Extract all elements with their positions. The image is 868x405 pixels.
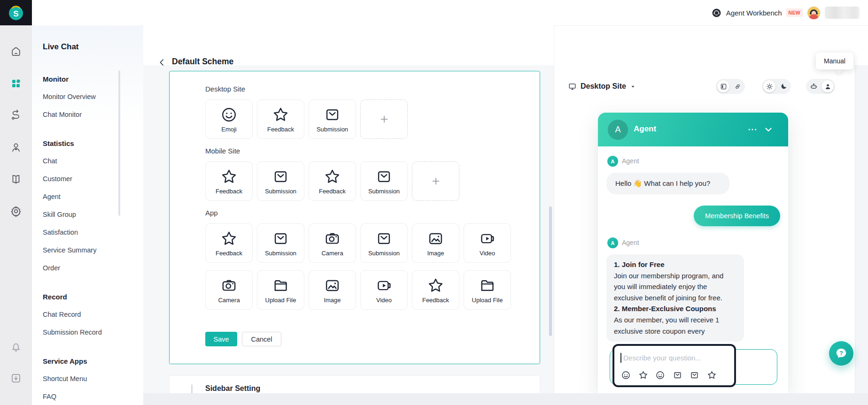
nav-item-monitor-overview[interactable]: Monitor Overview [43, 88, 143, 106]
nav-item-faq[interactable]: FAQ [43, 388, 143, 405]
scheme-card-submission[interactable]: Submission [257, 161, 304, 201]
more-options-icon[interactable] [746, 123, 759, 136]
video-icon [375, 277, 393, 294]
scheme-actions: SaveCancel [205, 332, 540, 346]
help-button[interactable]: ? [829, 341, 853, 366]
minimize-chevron-icon[interactable] [762, 123, 775, 136]
card-label: Submission [368, 188, 400, 195]
rail-grid-icon[interactable] [6, 73, 26, 94]
home-icon [10, 46, 22, 58]
scheme-card-emoji[interactable]: Emoji [205, 99, 253, 139]
user-name-redacted[interactable] [825, 7, 860, 19]
toggle-panel-icon[interactable] [717, 80, 729, 92]
input-star-icon[interactable] [638, 370, 648, 380]
add-icon-card[interactable] [412, 161, 459, 201]
card-label: Submission [317, 126, 348, 133]
envelope-icon [272, 168, 289, 185]
download-tray-icon[interactable] [6, 368, 26, 389]
agent-workbench-link[interactable]: Agent Workbench NEW [711, 8, 803, 18]
nav-item-shortcut-menu[interactable]: Shortcut Menu [43, 370, 143, 388]
nav-section-header: Monitor [43, 70, 143, 88]
scheme-card-submission[interactable]: Submission [360, 223, 408, 263]
nav-section-record: RecordChat RecordSubmission Record [43, 288, 143, 341]
chevron-left-icon [157, 58, 167, 67]
input-star-icon[interactable] [707, 370, 717, 380]
scheme-card-upload-file[interactable]: Upload File [257, 270, 304, 310]
envelope-icon [375, 168, 393, 185]
left-nav: Live Chat MonitorMonitor OverviewChat Mo… [32, 25, 144, 405]
scheme-card-feedback[interactable]: Feedback [205, 223, 253, 263]
chat-input-highlight-box[interactable]: Describe your question... [612, 344, 736, 387]
nav-item-chat[interactable]: Chat [43, 152, 143, 170]
nav-item-satisfaction[interactable]: Satisfaction [43, 223, 143, 241]
scheme-card-submission[interactable]: Submission [360, 161, 408, 201]
top-bar: Agent Workbench NEW [32, 0, 868, 26]
chat-widget-preview: A Agent AAgentHello 👋 What can I help yo… [598, 113, 788, 393]
back-button[interactable] [156, 56, 168, 69]
input-smiley-icon[interactable] [621, 370, 631, 380]
toggle-link-icon[interactable] [731, 80, 744, 92]
nav-item-service-summary[interactable]: Service Summary [43, 241, 143, 259]
scheme-card-video[interactable]: Video [464, 223, 511, 263]
agent-avatar: A [607, 156, 618, 167]
toggle-robot-icon[interactable] [807, 80, 820, 92]
bell-icon[interactable] [6, 336, 26, 357]
nav-section-statistics: StatisticsChatCustomerAgentSkill GroupSa… [43, 134, 143, 277]
nav-scrollbar[interactable] [118, 70, 120, 216]
scheme-card-feedback[interactable]: Feedback [257, 99, 304, 139]
book-icon [10, 173, 22, 185]
chat-header-avatar: A [608, 120, 628, 140]
device-dropdown[interactable]: Desktop Site [568, 80, 636, 93]
nav-item-skill-group[interactable]: Skill Group [43, 206, 143, 223]
save-button[interactable]: Save [205, 332, 237, 346]
sidebar-setting-title[interactable]: Sidebar Setting [205, 384, 260, 393]
rail-book-icon[interactable] [6, 169, 26, 190]
scheme-card-feedback[interactable]: Feedback [205, 161, 253, 201]
top-bar-right: Agent Workbench NEW [711, 0, 860, 25]
scheme-card-camera[interactable]: Camera [205, 270, 253, 310]
scheme-card-image[interactable]: Image [309, 270, 356, 310]
toggle-sun-icon[interactable] [763, 80, 775, 92]
scheme-card-upload-file[interactable]: Upload File [464, 270, 511, 310]
nav-title: Live Chat [43, 42, 143, 59]
scheme-card-submission[interactable]: Submission [257, 223, 304, 263]
nav-item-customer[interactable]: Customer [43, 170, 143, 188]
input-envelope-icon[interactable] [673, 370, 682, 380]
rail-flow-icon[interactable] [6, 105, 26, 126]
nav-item-order[interactable]: Order [43, 259, 143, 277]
user-avatar[interactable] [807, 7, 820, 19]
toggle-person-fill-icon[interactable] [822, 80, 834, 92]
scheme-card-submission[interactable]: Submission [309, 99, 356, 139]
app-logo[interactable]: S [0, 0, 32, 25]
toggle-moon-icon[interactable] [777, 80, 790, 92]
input-smiley-icon[interactable] [655, 370, 665, 380]
rail-gear-icon[interactable] [6, 201, 26, 222]
window-scrollbar-track[interactable] [855, 65, 868, 393]
chat-input-placeholder[interactable]: Describe your question... [623, 354, 701, 362]
nav-item-chat-monitor[interactable]: Chat Monitor [43, 106, 143, 123]
rail-person-outline-icon[interactable] [6, 137, 26, 158]
nav-item-submission-record[interactable]: Submission Record [43, 323, 143, 341]
image-icon [427, 230, 444, 247]
quick-reply-pill[interactable]: Membership Benefits [694, 206, 780, 226]
camera-icon [220, 277, 238, 294]
add-icon-card[interactable] [360, 99, 408, 139]
icon-scheme-body: Desktop SiteEmojiFeedbackSubmissionMobil… [170, 71, 540, 346]
nav-item-agent[interactable]: Agent [43, 188, 143, 206]
scheme-card-image[interactable]: Image [412, 223, 459, 263]
nav-item-chat-record[interactable]: Chat Record [43, 306, 143, 323]
star-icon [707, 370, 717, 380]
app-root: S Agent Workbench NEW [0, 0, 868, 405]
agent-avatar: A [607, 237, 618, 248]
scheme-card-camera[interactable]: Camera [309, 223, 356, 263]
cancel-button[interactable]: Cancel [242, 332, 281, 346]
svg-text:?: ? [839, 350, 843, 357]
star-icon [220, 230, 238, 247]
icon-rail: S [0, 0, 32, 405]
input-envelope-icon[interactable] [690, 370, 699, 380]
main-scrollbar-thumb[interactable] [549, 206, 552, 336]
scheme-card-feedback[interactable]: Feedback [309, 161, 356, 201]
scheme-card-video[interactable]: Video [360, 270, 408, 310]
scheme-card-feedback[interactable]: Feedback [412, 270, 459, 310]
rail-home-icon[interactable] [6, 41, 26, 62]
